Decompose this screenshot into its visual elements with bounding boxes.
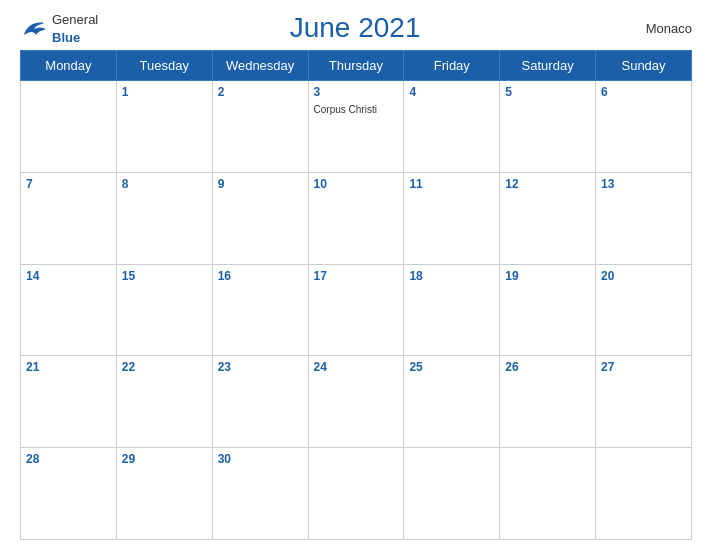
calendar-week-5: 282930 bbox=[21, 448, 692, 540]
calendar-cell: 21 bbox=[21, 356, 117, 448]
day-number: 4 bbox=[409, 85, 494, 99]
day-number: 19 bbox=[505, 269, 590, 283]
day-number: 23 bbox=[218, 360, 303, 374]
calendar-cell: 14 bbox=[21, 264, 117, 356]
day-number: 5 bbox=[505, 85, 590, 99]
weekday-wednesday: Wednesday bbox=[212, 51, 308, 81]
country-label: Monaco bbox=[612, 21, 692, 36]
day-number: 28 bbox=[26, 452, 111, 466]
calendar-cell: 11 bbox=[404, 172, 500, 264]
day-number: 14 bbox=[26, 269, 111, 283]
calendar-cell: 6 bbox=[596, 81, 692, 173]
calendar-cell: 3Corpus Christi bbox=[308, 81, 404, 173]
calendar-cell: 8 bbox=[116, 172, 212, 264]
calendar-cell: 28 bbox=[21, 448, 117, 540]
calendar-cell: 17 bbox=[308, 264, 404, 356]
day-number: 3 bbox=[314, 85, 399, 99]
weekday-friday: Friday bbox=[404, 51, 500, 81]
calendar-cell: 22 bbox=[116, 356, 212, 448]
calendar-cell bbox=[404, 448, 500, 540]
day-number: 10 bbox=[314, 177, 399, 191]
calendar-cell: 13 bbox=[596, 172, 692, 264]
weekday-saturday: Saturday bbox=[500, 51, 596, 81]
day-number: 17 bbox=[314, 269, 399, 283]
calendar-cell bbox=[308, 448, 404, 540]
logo-bird-icon bbox=[20, 17, 48, 39]
day-number: 1 bbox=[122, 85, 207, 99]
calendar-cell: 26 bbox=[500, 356, 596, 448]
day-number: 16 bbox=[218, 269, 303, 283]
calendar-cell bbox=[596, 448, 692, 540]
calendar-week-2: 78910111213 bbox=[21, 172, 692, 264]
day-number: 9 bbox=[218, 177, 303, 191]
calendar-cell: 9 bbox=[212, 172, 308, 264]
calendar-week-4: 21222324252627 bbox=[21, 356, 692, 448]
day-number: 12 bbox=[505, 177, 590, 191]
weekday-monday: Monday bbox=[21, 51, 117, 81]
calendar-cell: 12 bbox=[500, 172, 596, 264]
calendar-cell: 2 bbox=[212, 81, 308, 173]
calendar-cell: 24 bbox=[308, 356, 404, 448]
day-number: 30 bbox=[218, 452, 303, 466]
calendar-cell: 19 bbox=[500, 264, 596, 356]
calendar-week-1: 123Corpus Christi456 bbox=[21, 81, 692, 173]
weekday-sunday: Sunday bbox=[596, 51, 692, 81]
logo-blue: Blue bbox=[52, 30, 80, 45]
day-number: 15 bbox=[122, 269, 207, 283]
calendar-cell: 27 bbox=[596, 356, 692, 448]
calendar-cell: 4 bbox=[404, 81, 500, 173]
calendar-table: MondayTuesdayWednesdayThursdayFridaySatu… bbox=[20, 50, 692, 540]
day-number: 7 bbox=[26, 177, 111, 191]
day-number: 2 bbox=[218, 85, 303, 99]
day-number: 25 bbox=[409, 360, 494, 374]
weekday-header-row: MondayTuesdayWednesdayThursdayFridaySatu… bbox=[21, 51, 692, 81]
logo: General Blue bbox=[20, 10, 98, 46]
day-number: 27 bbox=[601, 360, 686, 374]
day-number: 21 bbox=[26, 360, 111, 374]
calendar-cell: 10 bbox=[308, 172, 404, 264]
calendar-cell: 18 bbox=[404, 264, 500, 356]
calendar-cell: 1 bbox=[116, 81, 212, 173]
day-number: 6 bbox=[601, 85, 686, 99]
calendar-cell: 23 bbox=[212, 356, 308, 448]
day-number: 11 bbox=[409, 177, 494, 191]
calendar-cell: 30 bbox=[212, 448, 308, 540]
calendar-cell: 29 bbox=[116, 448, 212, 540]
calendar-cell: 20 bbox=[596, 264, 692, 356]
weekday-tuesday: Tuesday bbox=[116, 51, 212, 81]
calendar-header: General Blue June 2021 Monaco bbox=[20, 10, 692, 46]
calendar-cell bbox=[21, 81, 117, 173]
calendar-cell bbox=[500, 448, 596, 540]
day-number: 29 bbox=[122, 452, 207, 466]
month-title: June 2021 bbox=[98, 12, 612, 44]
logo-text: General Blue bbox=[52, 10, 98, 46]
day-number: 13 bbox=[601, 177, 686, 191]
day-number: 24 bbox=[314, 360, 399, 374]
calendar-cell: 25 bbox=[404, 356, 500, 448]
logo-general: General bbox=[52, 12, 98, 27]
calendar-week-3: 14151617181920 bbox=[21, 264, 692, 356]
day-number: 20 bbox=[601, 269, 686, 283]
weekday-thursday: Thursday bbox=[308, 51, 404, 81]
day-number: 26 bbox=[505, 360, 590, 374]
calendar-cell: 16 bbox=[212, 264, 308, 356]
day-number: 8 bbox=[122, 177, 207, 191]
calendar-cell: 5 bbox=[500, 81, 596, 173]
calendar-cell: 7 bbox=[21, 172, 117, 264]
event-label: Corpus Christi bbox=[314, 104, 377, 115]
day-number: 18 bbox=[409, 269, 494, 283]
day-number: 22 bbox=[122, 360, 207, 374]
calendar-cell: 15 bbox=[116, 264, 212, 356]
